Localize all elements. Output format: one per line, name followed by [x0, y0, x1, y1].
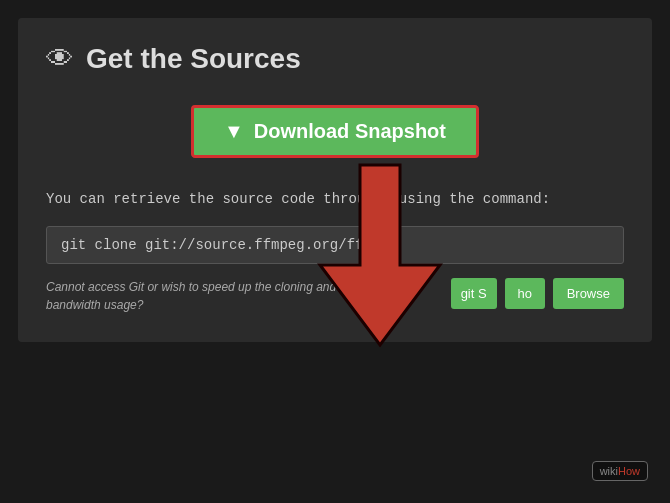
- download-snapshot-button[interactable]: ▼ Download Snapshot: [191, 105, 479, 158]
- command-box[interactable]: git clone git://source.ffmpeg.org/ffmpeg: [46, 226, 624, 264]
- page-title: Get the Sources: [86, 43, 301, 75]
- hint-text: Cannot access Git or wish to speed up th…: [46, 278, 443, 314]
- main-container: 👁 Get the Sources ▼ Download Snapshot Yo…: [18, 18, 652, 342]
- download-button-wrapper: ▼ Download Snapshot: [46, 105, 624, 158]
- page-title-row: 👁 Get the Sources: [46, 42, 624, 75]
- wikihow-badge: wikiHow: [592, 461, 648, 481]
- browse-button[interactable]: Browse: [553, 278, 624, 309]
- download-button-label: Download Snapshot: [254, 120, 446, 143]
- snapshot-small-button[interactable]: ho: [505, 278, 545, 309]
- wikihow-how-text: How: [618, 465, 640, 477]
- download-icon: ▼: [224, 120, 244, 143]
- eye-icon: 👁: [46, 42, 74, 75]
- description-text: You can retrieve the source code throu b…: [46, 188, 624, 210]
- bottom-row: Cannot access Git or wish to speed up th…: [46, 278, 624, 314]
- git-button[interactable]: git S: [451, 278, 497, 309]
- wikihow-wiki-text: wiki: [600, 465, 618, 477]
